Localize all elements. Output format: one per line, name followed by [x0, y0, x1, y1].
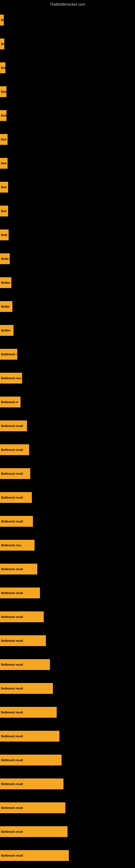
bar-row: Bo: [0, 32, 135, 56]
bar-row: Bot: [0, 56, 135, 80]
bar-text: Bottleneck result: [1, 663, 23, 666]
bars-container: BoBoBotBottBottBottBottBottBottBottlBott…: [0, 8, 135, 867]
bar-text: Bottleneck result: [1, 448, 23, 452]
bar-text: Bottleneck r: [1, 353, 17, 356]
bar-row: Bottl: [0, 223, 135, 247]
bar-text: Bottleneck result: [1, 830, 23, 833]
bar: Bott: [0, 158, 8, 169]
bar-text: Bott: [1, 90, 6, 93]
bar-text: Bottleneck result: [1, 711, 23, 714]
bar-row: Bottleneck result: [0, 653, 135, 677]
bar: Bottleneck result: [0, 802, 65, 813]
bar-row: Bottleneck result: [0, 844, 135, 867]
bar-row: Bottleneck r: [0, 342, 135, 366]
bar-text: Bottleneck result: [1, 568, 23, 571]
bar: Bottleneck resu: [0, 373, 22, 383]
bar: Bottleneck result: [0, 683, 53, 694]
bar-row: Bottleneck result: [0, 414, 135, 438]
bar: Bottlen: [0, 325, 13, 336]
bar: Bottleneck result: [0, 826, 68, 837]
bar-row: Bottleneck result: [0, 629, 135, 653]
bar: Bottleneck result: [0, 635, 46, 646]
bar: Bottleneck result: [0, 564, 37, 575]
bar-text: Bottleneck result: [1, 496, 23, 499]
bar: Bo: [0, 38, 4, 50]
bar: Bottleneck result: [0, 492, 32, 503]
bar-text: Bottler: [1, 305, 10, 308]
bar-row: Bott: [0, 175, 135, 199]
bar: Bottleneck r: [0, 349, 17, 360]
bar-text: Bo: [1, 19, 4, 22]
bar-text: Bottle: [1, 257, 9, 260]
bar: Bott: [0, 110, 6, 121]
bar-text: Bott: [1, 210, 6, 213]
bar: Bott: [0, 206, 8, 216]
bar-text: Bottleneck result: [1, 425, 23, 428]
bar-row: Bottleneck result: [0, 677, 135, 701]
bar-text: Bottleneck result: [1, 639, 23, 642]
bar-text: Bott: [1, 138, 6, 141]
bar-row: Bottleneck result: [0, 509, 135, 533]
bar-row: Bottleneck result: [0, 796, 135, 820]
bar-row: Bottleneck result: [0, 605, 135, 629]
bar-text: Bottleneck result: [1, 735, 23, 738]
bar: Bottleneck resu: [0, 540, 35, 551]
bar-text: Bottleneck result: [1, 520, 23, 523]
bar: Bott: [0, 86, 6, 97]
bar-text: Bottleneck result: [1, 759, 23, 762]
bar-row: Bottleneck result: [0, 486, 135, 509]
bar-text: Bottleneck result: [1, 687, 23, 690]
bar-text: Bottleneck result: [1, 854, 23, 857]
bar-row: Bottleneck result: [0, 438, 135, 462]
bar-row: Bott: [0, 151, 135, 175]
bar-row: Bottleneck result: [0, 462, 135, 486]
bar-row: Bottlen: [0, 271, 135, 294]
bar-row: Bottleneck resu: [0, 533, 135, 557]
bar: Bo: [0, 14, 4, 26]
bar: Bottleneck result: [0, 516, 33, 527]
bar-row: Bottlen: [0, 318, 135, 342]
bar-text: Bottleneck resu: [1, 377, 21, 380]
bar-row: Bott: [0, 104, 135, 127]
bar-text: Bottleneck resu: [1, 544, 21, 547]
bar: Bottleneck result: [0, 707, 57, 718]
bar-row: Bottle: [0, 247, 135, 271]
bar: Bottleneck result: [0, 611, 44, 622]
bar: Bottleneck re: [0, 397, 20, 407]
bar-row: Bo: [0, 8, 135, 32]
bar-text: Bottleneck result: [1, 472, 23, 475]
bar: Bottleneck result: [0, 778, 63, 789]
bar: Bottleneck result: [0, 731, 59, 742]
site-title: TheBottlenecker.com: [0, 0, 135, 8]
bar: Bottleneck result: [0, 588, 40, 598]
bar: Bottle: [0, 253, 10, 264]
bar-text: Bottleneck result: [1, 782, 23, 785]
bar-text: Bot: [1, 66, 5, 69]
bar: Bottleneck result: [0, 421, 27, 431]
bar-row: Bott: [0, 80, 135, 104]
bar: Bottleneck result: [0, 850, 69, 861]
bar-row: Bottleneck result: [0, 724, 135, 748]
bar-text: Bottleneck result: [1, 806, 23, 809]
bar-text: Bo: [1, 42, 4, 45]
bar: Bottleneck result: [0, 468, 30, 479]
bar: Bottl: [0, 229, 9, 240]
bar: Bot: [0, 62, 5, 73]
bar-text: Bott: [1, 162, 6, 165]
bar: Bottleneck result: [0, 659, 50, 670]
bar-row: Bottleneck result: [0, 701, 135, 724]
bar-row: Bottleneck resu: [0, 366, 135, 390]
bar-text: Bottleneck re: [1, 401, 18, 404]
bar-row: Bottleneck result: [0, 748, 135, 772]
bar-row: Bottler: [0, 294, 135, 318]
bar-text: Bottlen: [1, 281, 10, 284]
bar-row: Bottleneck result: [0, 581, 135, 605]
bar: Bottlen: [0, 277, 11, 288]
bar-text: Bottleneck result: [1, 616, 23, 618]
bar-row: Bott: [0, 199, 135, 223]
bar-text: Bott: [1, 186, 6, 189]
bar-row: Bottleneck result: [0, 557, 135, 581]
bar: Bottleneck result: [0, 755, 61, 766]
bar-text: Bott: [1, 114, 6, 117]
bar-row: Bottleneck result: [0, 820, 135, 844]
